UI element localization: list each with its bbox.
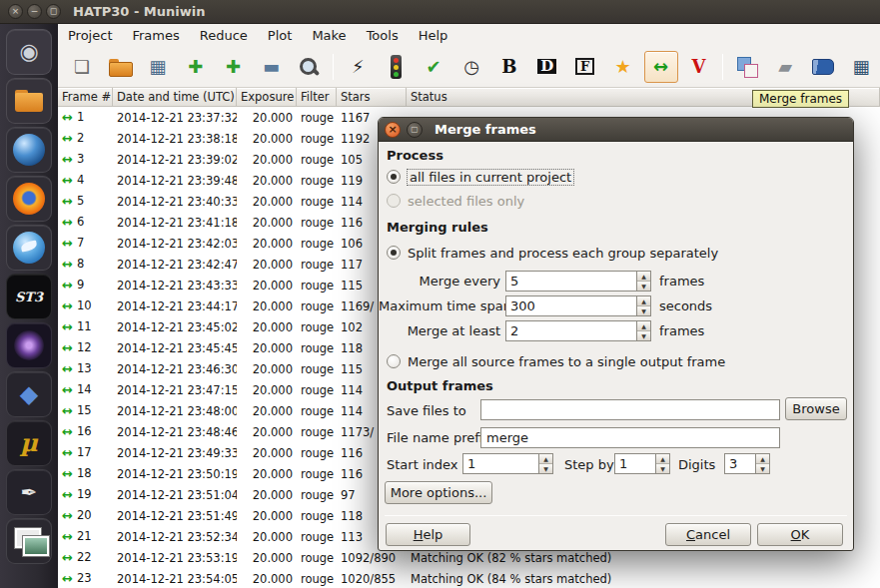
exposure-cell: 20.000 (237, 509, 297, 523)
radio-split-groups[interactable]: Split frames and process each group sepa… (387, 244, 718, 262)
column-header-stars[interactable]: Stars (337, 88, 407, 106)
pen-launcher[interactable]: ✒ (6, 469, 52, 515)
menu-make[interactable]: Make (302, 26, 356, 45)
firefox-launcher[interactable] (6, 176, 52, 222)
browse-button[interactable]: Browse (785, 397, 847, 420)
planetarium-launcher[interactable] (6, 322, 52, 368)
thunderbird-launcher[interactable] (6, 225, 52, 271)
table-row[interactable]: ↔232014-12-21 23:54:0520.000rouge1020/85… (58, 568, 880, 588)
add-folder-icon[interactable]: ✚ (217, 51, 251, 83)
column-header-filter[interactable]: Filter (297, 88, 337, 106)
dialog-titlebar[interactable]: × ▢ Merge frames (379, 118, 853, 142)
dash-launcher[interactable]: ◉ (6, 29, 52, 75)
converted-icon: ↔ (62, 424, 73, 439)
find-variables-icon[interactable]: V (682, 51, 716, 83)
browser-launcher[interactable] (6, 127, 52, 173)
date-cell: 2014-12-21 23:38:18 (113, 132, 237, 146)
pen-launcher-icon: ✒ (21, 482, 38, 502)
output-frames-label: Output frames (387, 378, 493, 393)
open-folder-icon[interactable] (103, 51, 137, 83)
merge-frames-icon[interactable]: ↔ (644, 51, 678, 83)
converted-icon: ↔ (62, 194, 73, 209)
spin-down-icon[interactable]: ▼ (539, 464, 552, 473)
menu-project[interactable]: Project (58, 26, 122, 45)
dialog-maximize-icon[interactable]: ▢ (407, 122, 423, 138)
photos-launcher[interactable] (6, 518, 52, 564)
menu-reduce[interactable]: Reduce (190, 26, 258, 45)
express-reduction-icon[interactable]: ⚡ (341, 51, 375, 83)
search-icon[interactable] (292, 51, 326, 83)
max-span-value[interactable]: 300 (505, 295, 636, 316)
column-header-date[interactable]: Date and time (UTC) (113, 88, 237, 106)
bias-correction-icon[interactable]: B (492, 51, 526, 83)
exposure-cell: 20.000 (237, 299, 297, 313)
menu-frames[interactable]: Frames (122, 26, 189, 45)
files-launcher[interactable] (6, 78, 52, 124)
spin-up-icon[interactable]: ▲ (637, 296, 650, 306)
menu-plot[interactable]: Plot (258, 26, 303, 45)
column-header-frame[interactable]: Frame # (58, 88, 113, 106)
aperture-icon[interactable] (730, 51, 764, 83)
dialog-close-icon[interactable]: × (385, 122, 401, 138)
max-span-spinner[interactable]: 300 ▲▼ (505, 295, 651, 316)
save-to-input[interactable] (480, 399, 780, 420)
dark-correction-icon[interactable]: D (530, 51, 564, 83)
catalog-icon[interactable] (806, 51, 840, 83)
spin-down-icon[interactable]: ▼ (637, 282, 650, 291)
remove-files-icon-glyph: ▬ (263, 58, 280, 76)
spin-up-icon[interactable]: ▲ (637, 272, 650, 282)
step-by-spinner[interactable]: 1 ▲▼ (614, 453, 670, 474)
flat-correction-icon[interactable]: F (568, 51, 602, 83)
spin-down-icon[interactable]: ▼ (756, 464, 769, 473)
column-header-exposure[interactable]: Exposure (237, 88, 297, 106)
maximize-button[interactable]: ◻ (46, 4, 61, 19)
eraser-icon[interactable]: ▰ (768, 51, 802, 83)
start-index-spinner[interactable]: 1 ▲▼ (462, 453, 553, 474)
radio-single-frame[interactable]: Merge all source frames to a single outp… (387, 352, 725, 370)
table-view-icon[interactable]: ▦ (844, 51, 878, 83)
new-file-icon[interactable]: ❏ (65, 51, 99, 83)
merge-least-value[interactable]: 2 (505, 320, 636, 341)
cancel-button[interactable]: Cancel (665, 523, 751, 546)
ok-button[interactable]: OK (757, 523, 843, 546)
time-correction-icon[interactable]: ◷ (454, 51, 488, 83)
add-files-icon[interactable]: ✚ (179, 51, 213, 83)
menu-tools[interactable]: Tools (357, 26, 409, 45)
filter-cell: rouge (297, 362, 337, 376)
remove-files-icon[interactable]: ▬ (255, 51, 289, 83)
cube-launcher[interactable]: ◆ (6, 371, 52, 417)
radio-unselected-icon (387, 354, 401, 368)
photometry-icon[interactable]: ★ (606, 51, 640, 83)
process-status-icon[interactable] (379, 51, 413, 83)
start-index-value[interactable]: 1 (462, 453, 538, 474)
merge-least-spinner[interactable]: 2 ▲▼ (505, 320, 651, 341)
muniwin-launcher[interactable]: µ (6, 420, 52, 466)
date-cell: 2014-12-21 23:43:33 (113, 279, 237, 293)
filter-cell: rouge (297, 509, 337, 523)
spin-up-icon[interactable]: ▲ (539, 454, 552, 464)
spin-up-icon[interactable]: ▲ (656, 454, 669, 464)
step-by-value[interactable]: 1 (614, 453, 655, 474)
spin-up-icon[interactable]: ▲ (756, 454, 769, 464)
help-button[interactable]: Help (386, 523, 470, 546)
merge-every-spinner[interactable]: 5 ▲▼ (505, 271, 651, 292)
prefix-input[interactable]: merge (480, 427, 780, 448)
date-cell: 2014-12-21 23:41:18 (113, 216, 237, 230)
digits-spinner[interactable]: 3 ▲▼ (724, 453, 770, 474)
more-options-button[interactable]: More options... (385, 481, 492, 504)
menu-help[interactable]: Help (409, 26, 458, 45)
close-button[interactable]: × (8, 4, 23, 19)
date-cell: 2014-12-21 23:42:47 (113, 258, 237, 272)
radio-all-files[interactable]: all files in current project (387, 168, 573, 186)
spin-down-icon[interactable]: ▼ (656, 464, 669, 473)
spin-down-icon[interactable]: ▼ (637, 306, 650, 315)
exposure-cell: 20.000 (237, 237, 297, 251)
spin-up-icon[interactable]: ▲ (637, 321, 650, 331)
spin-down-icon[interactable]: ▼ (637, 331, 650, 340)
digits-value[interactable]: 3 (724, 453, 755, 474)
convert-icon[interactable]: ✔ (417, 51, 450, 83)
minimize-button[interactable]: − (27, 4, 42, 19)
merge-every-value[interactable]: 5 (505, 271, 636, 292)
frame-list-icon[interactable]: ▦ (141, 51, 175, 83)
st3-launcher[interactable]: ST3 (6, 274, 52, 319)
